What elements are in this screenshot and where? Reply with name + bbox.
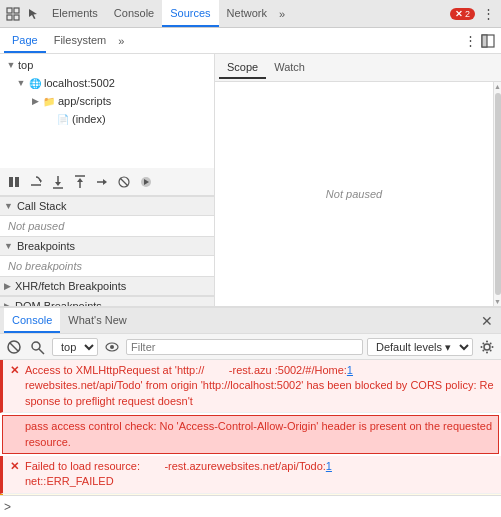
svg-point-34: [490, 349, 492, 351]
tab-sources[interactable]: Sources: [162, 0, 218, 27]
vertical-scrollbar[interactable]: ▲ ▼: [493, 82, 501, 306]
xhr-toggle: ▶: [4, 281, 11, 291]
not-paused-text: Not paused: [326, 188, 382, 200]
close-console-button[interactable]: ✕: [477, 313, 497, 329]
more-tabs-button[interactable]: »: [275, 8, 289, 20]
tree-item-index[interactable]: ▶ 📄 (index): [0, 110, 214, 128]
error-icon-2: ✕: [7, 460, 21, 474]
svg-rect-3: [14, 15, 19, 20]
svg-rect-1: [14, 8, 19, 13]
svg-point-30: [486, 351, 488, 353]
tree-label-appscripts: app/scripts: [58, 95, 111, 107]
step-into-button[interactable]: [48, 172, 68, 192]
breakpoints-toggle: ▼: [4, 241, 13, 251]
levels-select[interactable]: Default levels ▾: [367, 338, 473, 356]
scope-content: Not paused: [215, 82, 493, 306]
error-text-1: Access to XMLHttpRequest at 'http:// -re…: [25, 363, 497, 409]
more-source-tabs[interactable]: »: [114, 35, 128, 47]
tab-console-lower[interactable]: Console: [4, 308, 60, 333]
pause-button[interactable]: [4, 172, 24, 192]
tree-label-index: (index): [72, 113, 106, 125]
clear-console-button[interactable]: [4, 337, 24, 357]
toggle-icon[interactable]: ▼: [14, 76, 28, 90]
folder-icon: 📁: [42, 94, 56, 108]
svg-rect-7: [15, 177, 19, 187]
menu-button[interactable]: ⋮: [479, 5, 497, 23]
breakpoints-label: Breakpoints: [17, 240, 75, 252]
collapse-panel-icon[interactable]: [479, 32, 497, 50]
svg-point-28: [484, 344, 490, 350]
svg-marker-11: [55, 182, 61, 186]
step-out-button[interactable]: [70, 172, 90, 192]
eye-icon[interactable]: [102, 337, 122, 357]
file-icon: 📄: [56, 112, 70, 126]
tree-item-top[interactable]: ▼ top: [0, 56, 214, 74]
error-source-link-2[interactable]: 1: [326, 460, 332, 472]
toolbar-menu-icon[interactable]: ⋮: [461, 32, 479, 50]
pointer-icon[interactable]: [24, 5, 42, 23]
tab-page[interactable]: Page: [4, 28, 46, 53]
devtools-icon[interactable]: [4, 5, 22, 23]
console-messages: ✕ Access to XMLHttpRequest at 'http:// -…: [0, 360, 501, 495]
error-source-link-1[interactable]: 1: [347, 364, 353, 376]
tree-item-appscripts[interactable]: ▶ 📁 app/scripts: [0, 92, 214, 110]
svg-point-32: [492, 346, 494, 348]
scroll-thumb[interactable]: [495, 93, 501, 295]
svg-rect-2: [7, 15, 12, 20]
error-icon-1: ✕: [7, 364, 21, 378]
cloud-icon: 🌐: [28, 76, 42, 90]
tree-label-localhost: localhost:5002: [44, 77, 115, 89]
tab-watch[interactable]: Watch: [266, 57, 313, 79]
filter-input[interactable]: [126, 339, 363, 355]
console-settings-button[interactable]: [477, 337, 497, 357]
xhr-label: XHR/fetch Breakpoints: [15, 280, 126, 292]
tab-whats-new[interactable]: What's New: [60, 308, 134, 333]
debug-sections: ▼ Call Stack Not paused ▼ Breakpoints No…: [0, 196, 214, 306]
file-tree: ▼ top ▼ 🌐 localhost:5002 ▶ 📁 app/scripts…: [0, 54, 214, 168]
toggle-icon[interactable]: ▼: [4, 58, 18, 72]
async-button[interactable]: [136, 172, 156, 192]
show-filter-button[interactable]: [28, 337, 48, 357]
tab-filesystem[interactable]: Filesystem: [46, 28, 115, 53]
scroll-up-arrow[interactable]: ▲: [493, 82, 501, 91]
top-tab-bar: Elements Console Sources Network » ✕ 2 ⋮: [0, 0, 501, 28]
console-error-highlight: pass access control check: No 'Access-Co…: [2, 415, 499, 454]
svg-rect-5: [482, 35, 487, 47]
call-stack-header[interactable]: ▼ Call Stack: [0, 196, 214, 216]
console-tabs-row: Console What's New ✕: [0, 308, 501, 334]
svg-point-27: [110, 345, 114, 349]
xhr-breakpoints-header[interactable]: ▶ XHR/fetch Breakpoints: [0, 276, 214, 296]
tab-console[interactable]: Console: [106, 0, 162, 27]
svg-line-23: [10, 343, 18, 351]
console-input[interactable]: [15, 501, 497, 513]
svg-rect-6: [9, 177, 13, 187]
call-stack-label: Call Stack: [17, 200, 67, 212]
breakpoints-header[interactable]: ▼ Breakpoints: [0, 236, 214, 256]
deactivate-button[interactable]: [114, 172, 134, 192]
console-error-2: ✕ Failed to load resource: -rest.azurewe…: [0, 456, 501, 494]
scroll-down-arrow[interactable]: ▼: [493, 297, 501, 306]
step-over-button[interactable]: [26, 172, 46, 192]
svg-point-33: [482, 342, 484, 344]
svg-point-29: [486, 340, 488, 342]
call-stack-toggle: ▼: [4, 201, 13, 211]
tree-item-localhost[interactable]: ▼ 🌐 localhost:5002: [0, 74, 214, 92]
lower-section: Console What's New ✕ top Default levels …: [0, 307, 501, 517]
tab-network[interactable]: Network: [219, 0, 275, 27]
svg-marker-8: [40, 179, 42, 183]
console-error-1: ✕ Access to XMLHttpRequest at 'http:// -…: [0, 360, 501, 413]
error-badge[interactable]: ✕ 2: [450, 8, 475, 20]
call-stack-content: Not paused: [0, 216, 214, 236]
tab-scope[interactable]: Scope: [219, 57, 266, 79]
source-type-tabs: Page Filesystem » ⋮: [0, 28, 501, 54]
tab-elements[interactable]: Elements: [44, 0, 106, 27]
step-button[interactable]: [92, 172, 112, 192]
svg-point-24: [32, 342, 40, 350]
left-panel: ▼ top ▼ 🌐 localhost:5002 ▶ 📁 app/scripts…: [0, 54, 215, 306]
context-select[interactable]: top: [52, 338, 98, 356]
console-toolbar: top Default levels ▾: [0, 334, 501, 360]
toggle-icon[interactable]: ▶: [28, 94, 42, 108]
console-input-row: >: [0, 495, 501, 517]
svg-point-31: [481, 346, 483, 348]
dom-breakpoints-header[interactable]: ▶ DOM Breakpoints: [0, 296, 214, 306]
